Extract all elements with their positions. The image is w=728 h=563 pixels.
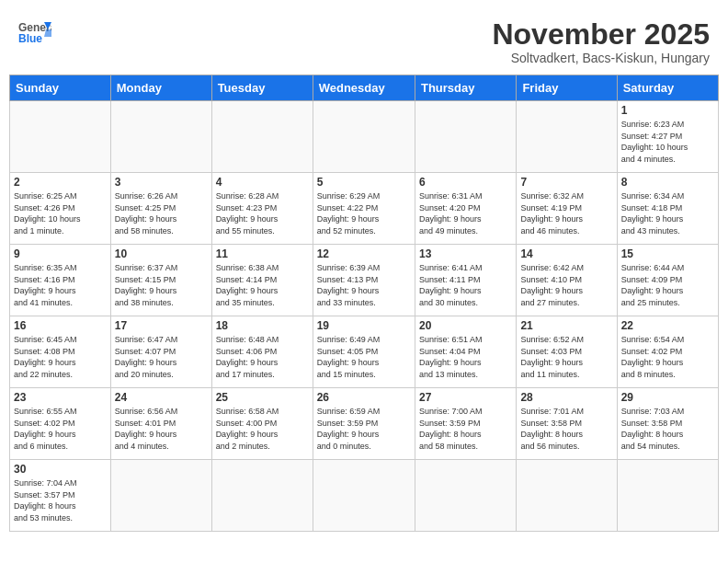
calendar-week-row: 16Sunrise: 6:45 AMSunset: 4:08 PMDayligh… (10, 316, 719, 388)
day-info: Sunrise: 6:35 AMSunset: 4:16 PMDaylight:… (14, 262, 107, 308)
calendar-cell (517, 101, 617, 173)
calendar-week-row: 2Sunrise: 6:25 AMSunset: 4:26 PMDaylight… (10, 173, 719, 245)
day-info: Sunrise: 6:48 AMSunset: 4:06 PMDaylight:… (216, 334, 309, 380)
calendar-cell: 18Sunrise: 6:48 AMSunset: 4:06 PMDayligh… (211, 316, 313, 388)
calendar-table: SundayMondayTuesdayWednesdayThursdayFrid… (9, 75, 719, 532)
day-info: Sunrise: 6:42 AMSunset: 4:10 PMDaylight:… (520, 262, 612, 308)
calendar-cell: 3Sunrise: 6:26 AMSunset: 4:25 PMDaylight… (110, 173, 211, 245)
day-info: Sunrise: 6:41 AMSunset: 4:11 PMDaylight:… (419, 262, 512, 308)
day-info: Sunrise: 6:52 AMSunset: 4:03 PMDaylight:… (520, 334, 612, 380)
day-number: 8 (621, 176, 714, 189)
calendar-cell (211, 460, 313, 532)
calendar-cell: 22Sunrise: 6:54 AMSunset: 4:02 PMDayligh… (617, 316, 718, 388)
weekday-header-tuesday: Tuesday (211, 75, 313, 101)
calendar-cell (517, 460, 617, 532)
calendar-cell: 26Sunrise: 6:59 AMSunset: 3:59 PMDayligh… (313, 388, 415, 460)
calendar-cell: 9Sunrise: 6:35 AMSunset: 4:16 PMDaylight… (10, 245, 111, 316)
calendar-cell: 20Sunrise: 6:51 AMSunset: 4:04 PMDayligh… (415, 316, 516, 388)
calendar-cell: 12Sunrise: 6:39 AMSunset: 4:13 PMDayligh… (313, 245, 415, 316)
calendar-cell: 7Sunrise: 6:32 AMSunset: 4:19 PMDaylight… (517, 173, 617, 245)
day-number: 24 (115, 391, 208, 404)
calendar-cell: 5Sunrise: 6:29 AMSunset: 4:22 PMDaylight… (313, 173, 415, 245)
day-info: Sunrise: 6:45 AMSunset: 4:08 PMDaylight:… (14, 334, 107, 380)
day-info: Sunrise: 6:23 AMSunset: 4:27 PMDaylight:… (621, 119, 714, 165)
calendar-cell (211, 101, 313, 173)
calendar-cell (313, 101, 415, 173)
day-number: 25 (216, 391, 309, 404)
day-number: 14 (520, 247, 612, 260)
calendar-cell: 2Sunrise: 6:25 AMSunset: 4:26 PMDaylight… (10, 173, 111, 245)
calendar-cell: 29Sunrise: 7:03 AMSunset: 3:58 PMDayligh… (617, 388, 718, 460)
day-number: 21 (520, 319, 612, 332)
title-area: November 2025 Soltvadkert, Bacs-Kiskun, … (492, 18, 710, 65)
calendar-cell: 16Sunrise: 6:45 AMSunset: 4:08 PMDayligh… (10, 316, 111, 388)
day-info: Sunrise: 7:03 AMSunset: 3:58 PMDaylight:… (621, 406, 714, 452)
location-subtitle: Soltvadkert, Bacs-Kiskun, Hungary (492, 51, 710, 65)
calendar-cell: 19Sunrise: 6:49 AMSunset: 4:05 PMDayligh… (313, 316, 415, 388)
calendar-cell: 27Sunrise: 7:00 AMSunset: 3:59 PMDayligh… (415, 388, 516, 460)
day-number: 7 (520, 176, 612, 189)
day-number: 22 (621, 319, 714, 332)
day-info: Sunrise: 6:47 AMSunset: 4:07 PMDaylight:… (115, 334, 208, 380)
calendar-week-row: 23Sunrise: 6:55 AMSunset: 4:02 PMDayligh… (10, 388, 719, 460)
calendar-cell: 10Sunrise: 6:37 AMSunset: 4:15 PMDayligh… (110, 245, 211, 316)
calendar-week-row: 9Sunrise: 6:35 AMSunset: 4:16 PMDaylight… (10, 245, 719, 316)
day-info: Sunrise: 6:26 AMSunset: 4:25 PMDaylight:… (115, 190, 208, 236)
day-info: Sunrise: 6:25 AMSunset: 4:26 PMDaylight:… (14, 190, 107, 236)
calendar-cell: 11Sunrise: 6:38 AMSunset: 4:14 PMDayligh… (211, 245, 313, 316)
day-number: 12 (317, 247, 411, 260)
calendar-cell (415, 460, 516, 532)
weekday-header-sunday: Sunday (10, 75, 111, 101)
day-info: Sunrise: 7:00 AMSunset: 3:59 PMDaylight:… (419, 406, 512, 452)
month-title: November 2025 (492, 18, 710, 51)
page-header: General Blue November 2025 Soltvadkert, … (9, 9, 719, 70)
day-info: Sunrise: 6:59 AMSunset: 3:59 PMDaylight:… (317, 406, 411, 452)
calendar-cell: 13Sunrise: 6:41 AMSunset: 4:11 PMDayligh… (415, 245, 516, 316)
calendar-cell: 30Sunrise: 7:04 AMSunset: 3:57 PMDayligh… (10, 460, 111, 532)
day-info: Sunrise: 6:58 AMSunset: 4:00 PMDaylight:… (216, 406, 309, 452)
day-number: 20 (419, 319, 512, 332)
calendar-cell: 24Sunrise: 6:56 AMSunset: 4:01 PMDayligh… (110, 388, 211, 460)
day-number: 28 (520, 391, 612, 404)
day-number: 5 (317, 176, 411, 189)
calendar-week-row: 1Sunrise: 6:23 AMSunset: 4:27 PMDaylight… (10, 101, 719, 173)
calendar-cell (313, 460, 415, 532)
day-info: Sunrise: 6:54 AMSunset: 4:02 PMDaylight:… (621, 334, 714, 380)
weekday-header-wednesday: Wednesday (313, 75, 415, 101)
logo: General Blue (18, 18, 51, 44)
day-number: 13 (419, 247, 512, 260)
day-number: 10 (115, 247, 208, 260)
day-number: 17 (115, 319, 208, 332)
day-number: 30 (14, 463, 107, 476)
weekday-header-saturday: Saturday (617, 75, 718, 101)
day-info: Sunrise: 6:38 AMSunset: 4:14 PMDaylight:… (216, 262, 309, 308)
calendar-cell: 15Sunrise: 6:44 AMSunset: 4:09 PMDayligh… (617, 245, 718, 316)
day-info: Sunrise: 6:34 AMSunset: 4:18 PMDaylight:… (621, 190, 714, 236)
day-info: Sunrise: 7:04 AMSunset: 3:57 PMDaylight:… (14, 477, 107, 523)
day-number: 29 (621, 391, 714, 404)
day-info: Sunrise: 6:49 AMSunset: 4:05 PMDaylight:… (317, 334, 411, 380)
day-number: 2 (14, 176, 107, 189)
day-number: 1 (621, 104, 714, 117)
day-number: 11 (216, 247, 309, 260)
day-info: Sunrise: 6:44 AMSunset: 4:09 PMDaylight:… (621, 262, 714, 308)
calendar-cell: 1Sunrise: 6:23 AMSunset: 4:27 PMDaylight… (617, 101, 718, 173)
calendar-cell: 14Sunrise: 6:42 AMSunset: 4:10 PMDayligh… (517, 245, 617, 316)
day-number: 26 (317, 391, 411, 404)
day-info: Sunrise: 6:32 AMSunset: 4:19 PMDaylight:… (520, 190, 612, 236)
calendar-cell (110, 101, 211, 173)
day-info: Sunrise: 6:28 AMSunset: 4:23 PMDaylight:… (216, 190, 309, 236)
calendar-cell: 6Sunrise: 6:31 AMSunset: 4:20 PMDaylight… (415, 173, 516, 245)
day-number: 16 (14, 319, 107, 332)
calendar-cell: 28Sunrise: 7:01 AMSunset: 3:58 PMDayligh… (517, 388, 617, 460)
calendar-cell: 23Sunrise: 6:55 AMSunset: 4:02 PMDayligh… (10, 388, 111, 460)
day-info: Sunrise: 6:39 AMSunset: 4:13 PMDaylight:… (317, 262, 411, 308)
calendar-cell: 17Sunrise: 6:47 AMSunset: 4:07 PMDayligh… (110, 316, 211, 388)
calendar-cell: 21Sunrise: 6:52 AMSunset: 4:03 PMDayligh… (517, 316, 617, 388)
weekday-header-monday: Monday (110, 75, 211, 101)
weekday-header-row: SundayMondayTuesdayWednesdayThursdayFrid… (10, 75, 719, 101)
calendar-cell (617, 460, 718, 532)
calendar-cell (415, 101, 516, 173)
day-number: 18 (216, 319, 309, 332)
day-number: 4 (216, 176, 309, 189)
